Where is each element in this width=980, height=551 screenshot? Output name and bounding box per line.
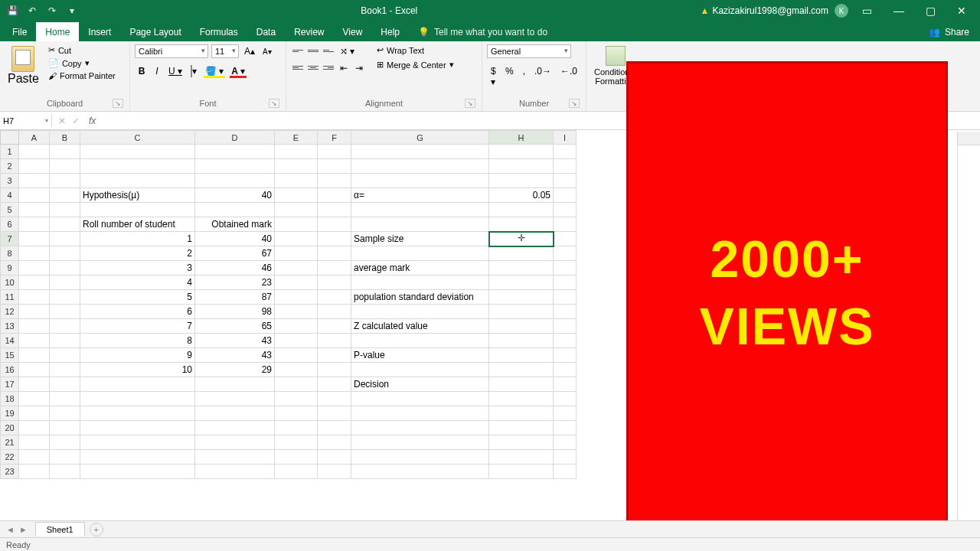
- increase-indent-button[interactable]: ⇥: [352, 61, 366, 75]
- cell[interactable]: [489, 406, 554, 421]
- tab-help[interactable]: Help: [371, 22, 409, 41]
- cell[interactable]: [80, 421, 195, 435]
- cell[interactable]: [489, 276, 554, 290]
- cell[interactable]: [318, 188, 351, 203]
- cell[interactable]: [19, 392, 50, 406]
- cell[interactable]: 3: [80, 261, 195, 276]
- align-top-button[interactable]: [291, 44, 305, 57]
- cell[interactable]: [351, 421, 489, 435]
- cell[interactable]: [19, 334, 50, 348]
- clipboard-launcher-icon[interactable]: ↘: [113, 99, 123, 108]
- cell[interactable]: [275, 159, 318, 174]
- underline-button[interactable]: U ▾: [165, 64, 185, 78]
- cell[interactable]: [275, 363, 318, 377]
- cell[interactable]: [489, 348, 554, 363]
- cell[interactable]: [489, 232, 554, 246]
- cell[interactable]: [318, 450, 351, 465]
- cell[interactable]: [19, 159, 50, 174]
- row-header[interactable]: 18: [1, 392, 19, 406]
- cell[interactable]: [275, 290, 318, 305]
- cell[interactable]: [19, 261, 50, 276]
- cell[interactable]: [195, 406, 275, 421]
- cell[interactable]: [19, 319, 50, 334]
- cell[interactable]: [275, 217, 318, 232]
- cell[interactable]: [489, 392, 554, 406]
- cell[interactable]: [318, 290, 351, 305]
- cell[interactable]: [50, 145, 80, 159]
- column-header[interactable]: G: [351, 131, 489, 145]
- cell[interactable]: [489, 435, 554, 450]
- cell[interactable]: [275, 319, 318, 334]
- cell[interactable]: [351, 159, 489, 174]
- cell[interactable]: [318, 334, 351, 348]
- cell[interactable]: [19, 290, 50, 305]
- cell[interactable]: [489, 377, 554, 392]
- italic-button[interactable]: I: [150, 64, 164, 78]
- cell[interactable]: [50, 188, 80, 203]
- cell[interactable]: [318, 261, 351, 276]
- cell[interactable]: [275, 406, 318, 421]
- decrease-font-button[interactable]: A▾: [260, 47, 274, 56]
- cell[interactable]: [489, 145, 554, 159]
- cell[interactable]: Decision: [351, 377, 489, 392]
- cell[interactable]: [318, 305, 351, 319]
- cell[interactable]: [351, 276, 489, 290]
- cell[interactable]: [489, 305, 554, 319]
- cell[interactable]: [554, 465, 577, 479]
- cell[interactable]: [19, 246, 50, 261]
- cell[interactable]: [275, 450, 318, 465]
- cell[interactable]: [554, 174, 577, 188]
- cell[interactable]: [489, 319, 554, 334]
- tab-review[interactable]: Review: [285, 22, 333, 41]
- cell[interactable]: [275, 348, 318, 363]
- cell[interactable]: [19, 363, 50, 377]
- cell[interactable]: [554, 246, 577, 261]
- cell[interactable]: [351, 334, 489, 348]
- font-size-combo[interactable]: 11: [211, 44, 239, 58]
- cell[interactable]: [351, 145, 489, 159]
- cell[interactable]: [50, 276, 80, 290]
- cell[interactable]: 7: [80, 319, 195, 334]
- cell[interactable]: [318, 232, 351, 246]
- cell[interactable]: 6: [80, 305, 195, 319]
- cell[interactable]: [195, 174, 275, 188]
- account-email[interactable]: ▲ Kazizakirul1998@gmail.com: [701, 5, 828, 16]
- row-header[interactable]: 22: [1, 450, 19, 465]
- cell[interactable]: 40: [195, 188, 275, 203]
- orientation-button[interactable]: ⤭ ▾: [337, 44, 358, 58]
- cell[interactable]: [19, 406, 50, 421]
- cell[interactable]: Sample size: [351, 232, 489, 246]
- cell[interactable]: [50, 232, 80, 246]
- bold-button[interactable]: B: [135, 64, 149, 78]
- row-header[interactable]: 13: [1, 319, 19, 334]
- row-header[interactable]: 2: [1, 159, 19, 174]
- cell[interactable]: population standard deviation: [351, 290, 489, 305]
- cell[interactable]: [80, 174, 195, 188]
- cell[interactable]: [50, 348, 80, 363]
- cell[interactable]: [275, 276, 318, 290]
- cell[interactable]: [50, 174, 80, 188]
- cell[interactable]: [80, 145, 195, 159]
- comma-button[interactable]: ,: [519, 64, 529, 89]
- cell[interactable]: [19, 421, 50, 435]
- cell[interactable]: [554, 159, 577, 174]
- cell[interactable]: [554, 145, 577, 159]
- cell[interactable]: [195, 465, 275, 479]
- cell[interactable]: [351, 406, 489, 421]
- cell[interactable]: [554, 421, 577, 435]
- row-header[interactable]: 16: [1, 363, 19, 377]
- tab-view[interactable]: View: [334, 22, 372, 41]
- cell[interactable]: [554, 435, 577, 450]
- cell[interactable]: [554, 348, 577, 363]
- cell[interactable]: 46: [195, 261, 275, 276]
- cell[interactable]: [19, 174, 50, 188]
- cell[interactable]: [489, 290, 554, 305]
- align-left-button[interactable]: [291, 61, 305, 73]
- cell[interactable]: [50, 217, 80, 232]
- prev-sheet-icon[interactable]: ◄: [6, 525, 15, 534]
- cell[interactable]: [489, 159, 554, 174]
- cell[interactable]: [80, 159, 195, 174]
- qat-customize-icon[interactable]: ▾: [66, 5, 78, 17]
- row-header[interactable]: 21: [1, 435, 19, 450]
- cell[interactable]: [50, 319, 80, 334]
